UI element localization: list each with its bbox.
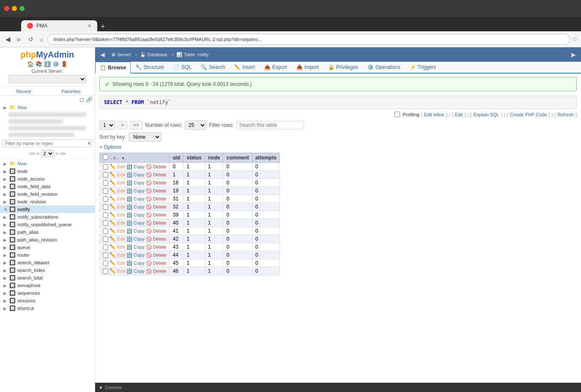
tab-browse[interactable]: 📋 Browse: [95, 62, 131, 74]
delete-btn[interactable]: Delete: [153, 269, 167, 274]
row-checkbox[interactable]: [103, 228, 108, 234]
page-select[interactable]: 1: [99, 121, 115, 130]
row-checkbox[interactable]: [103, 212, 108, 218]
console-bar[interactable]: ■ Console: [95, 383, 581, 392]
tab-search[interactable]: 🔍 Search: [196, 62, 230, 73]
row-checkbox[interactable]: [103, 236, 108, 242]
sidebar-item-notify-subscriptions[interactable]: ▶ 🔲 notify_subscriptions: [0, 213, 95, 221]
edit-btn[interactable]: Edit: [117, 236, 125, 241]
explain-sql-link[interactable]: Explain SQL: [473, 112, 499, 117]
delete-btn[interactable]: Delete: [153, 172, 167, 177]
breadcrumb-server[interactable]: 🖥 Server:: [108, 47, 134, 62]
minimize-window-btn[interactable]: [12, 6, 17, 11]
edit-btn[interactable]: Edit: [117, 164, 125, 169]
sort-select[interactable]: None: [129, 132, 161, 142]
docs-icon[interactable]: 📚: [36, 61, 42, 67]
edit-btn[interactable]: Edit: [117, 244, 125, 249]
copy-btn[interactable]: Copy: [134, 180, 145, 185]
edit-link[interactable]: Edit: [455, 112, 463, 117]
filter-clear-btn[interactable]: ✕: [87, 141, 91, 146]
sidebar-item-node-revision[interactable]: ▶ 🔲 node_revision: [0, 198, 95, 206]
edit-btn[interactable]: Edit: [117, 269, 125, 274]
delete-btn[interactable]: Delete: [153, 260, 167, 266]
new-tab-btn[interactable]: +: [97, 22, 109, 31]
tab-insert[interactable]: ✏️ Insert: [230, 62, 260, 73]
edit-btn[interactable]: Edit: [117, 220, 125, 225]
options-link[interactable]: + Options: [99, 144, 121, 150]
delete-btn[interactable]: Delete: [153, 180, 167, 185]
tab-import[interactable]: 📥 Import: [292, 62, 323, 73]
row-checkbox[interactable]: [103, 180, 108, 186]
filter-rows-input[interactable]: [236, 121, 304, 129]
page-next-end-btn[interactable]: >>: [130, 121, 143, 129]
db-page-select[interactable]: 2 1 3: [41, 150, 54, 157]
sidebar-item-search-total[interactable]: ▶ 🔲 search_total: [0, 274, 95, 282]
sidebar-item-semaphore[interactable]: ▶ 🔲 semaphore: [0, 282, 95, 289]
delete-btn[interactable]: Delete: [153, 220, 167, 225]
settings-icon[interactable]: ⚙️: [52, 61, 59, 67]
delete-btn[interactable]: Delete: [153, 236, 167, 241]
sidebar-item-sessions[interactable]: ▶ 🔲 sessions: [0, 297, 95, 304]
copy-btn[interactable]: Copy: [134, 244, 145, 249]
maximize-window-btn[interactable]: [19, 6, 25, 11]
col-uid[interactable]: uid: [170, 153, 184, 163]
sidebar-item-node-field-data[interactable]: ▶ 🔲 node_field_data: [0, 183, 95, 190]
bookmark-icon[interactable]: ☆: [572, 36, 578, 43]
sidebar-item-router[interactable]: ▶ 🔲 router: [0, 251, 95, 259]
row-checkbox[interactable]: [103, 164, 108, 170]
row-checkbox[interactable]: [103, 260, 108, 266]
sidebar-item-path-alias[interactable]: ▶ 🔲 path_alias: [0, 228, 95, 236]
row-checkbox[interactable]: [103, 252, 108, 258]
edit-btn[interactable]: Edit: [117, 172, 125, 177]
breadcrumb-table[interactable]: 📊 Table: notify: [174, 47, 211, 62]
copy-btn[interactable]: Copy: [134, 164, 145, 169]
collapse-sidebar-btn[interactable]: ◀: [97, 47, 108, 62]
tab-sql[interactable]: 📄 SQL: [169, 62, 196, 73]
recent-tab[interactable]: Recent: [0, 88, 47, 95]
delete-btn[interactable]: Delete: [153, 244, 167, 249]
copy-btn[interactable]: Copy: [134, 252, 145, 258]
back-btn[interactable]: ◀: [3, 35, 13, 44]
edit-btn[interactable]: Edit: [117, 212, 125, 217]
delete-btn[interactable]: Delete: [153, 228, 167, 233]
row-checkbox[interactable]: [103, 188, 108, 194]
sidebar-item-queue[interactable]: ▶ 🔲 queue: [0, 244, 95, 251]
server-select[interactable]: [8, 75, 86, 83]
delete-btn[interactable]: Delete: [153, 196, 167, 201]
sidebar-item-node-access[interactable]: ▶ 🔲 node_access: [0, 175, 95, 183]
edit-inline-link[interactable]: Edit inline: [424, 112, 444, 117]
copy-btn[interactable]: Copy: [134, 196, 145, 201]
delete-btn[interactable]: Delete: [153, 212, 167, 217]
col-status[interactable]: status: [184, 153, 205, 163]
sidebar-item-notify[interactable]: ▼ 🔲 notify: [0, 206, 95, 213]
copy-btn[interactable]: Copy: [134, 220, 145, 225]
edit-btn[interactable]: Edit: [117, 196, 125, 201]
refresh-link[interactable]: Refresh: [557, 112, 574, 117]
tab-structure[interactable]: 🔧 Structure: [131, 62, 169, 73]
edit-btn[interactable]: Edit: [117, 260, 125, 266]
row-checkbox[interactable]: [103, 220, 108, 226]
copy-btn[interactable]: Copy: [134, 260, 145, 266]
edit-btn[interactable]: Edit: [117, 188, 125, 193]
address-bar[interactable]: [47, 34, 570, 45]
delete-btn[interactable]: Delete: [153, 204, 167, 209]
row-checkbox[interactable]: [103, 196, 108, 202]
logout-icon[interactable]: 🚪: [61, 61, 68, 67]
delete-btn[interactable]: Delete: [153, 252, 167, 258]
sidebar-item-db-new[interactable]: ▶ 📁 New: [0, 160, 95, 167]
col-comment[interactable]: comment: [223, 153, 252, 163]
tab-triggers[interactable]: ⚡ Triggers: [405, 62, 441, 73]
sidebar-item-notify-unpublished-queue[interactable]: ▶ 🔲 notify_unpublished_queue: [0, 221, 95, 228]
sidebar-item-node[interactable]: ▶ 🔲 node: [0, 167, 95, 175]
db-page-prev-btn[interactable]: <: [36, 151, 39, 156]
select-all-checkbox[interactable]: [103, 154, 108, 160]
edit-btn[interactable]: Edit: [117, 228, 125, 233]
delete-btn[interactable]: Delete: [153, 188, 167, 193]
close-tab-btn[interactable]: ✕: [88, 23, 91, 29]
collapse-all-btn[interactable]: ◻: [79, 96, 84, 103]
row-checkbox[interactable]: [103, 172, 108, 178]
sidebar-item-path-alias-revision[interactable]: ▶ 🔲 path_alias_revision: [0, 236, 95, 244]
copy-btn[interactable]: Copy: [134, 269, 145, 274]
row-checkbox[interactable]: [103, 244, 108, 250]
sidebar-item-sequences[interactable]: ▶ 🔲 sequences: [0, 289, 95, 297]
